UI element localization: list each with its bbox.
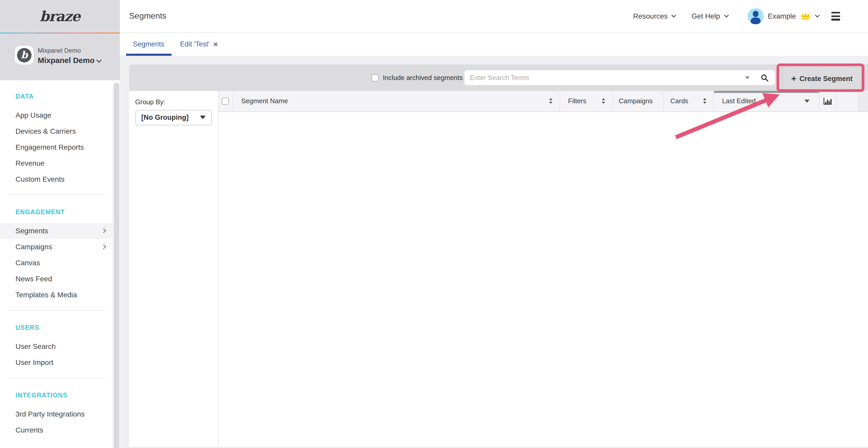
sidebar-item-segments[interactable]: Segments — [0, 223, 113, 239]
user-menu[interactable]: Example — [747, 8, 820, 24]
sidebar-item-campaigns[interactable]: Campaigns — [0, 239, 113, 255]
sort-icon[interactable] — [601, 98, 605, 105]
sidebar-item-canvas[interactable]: Canvas — [0, 255, 113, 271]
include-archived-row: Include archived segments — [371, 65, 463, 91]
sidebar-scrollbar-thumb[interactable] — [114, 82, 119, 448]
sidebar-item-3rd-party-integrations[interactable]: 3rd Party Integrations — [0, 406, 113, 422]
user-name: Example — [768, 12, 796, 21]
group-by-panel: Group By: [No Grouping] — [129, 91, 218, 446]
column-cards[interactable]: Cards — [663, 91, 713, 111]
sort-caret-icon[interactable] — [804, 100, 809, 103]
braze-logo: braze — [39, 8, 80, 24]
hamburger-menu-icon[interactable] — [831, 12, 840, 21]
create-segment-button[interactable]: + Create Segment — [782, 67, 862, 90]
workspace-app-icon: b — [15, 46, 34, 65]
segment-search-field — [464, 70, 775, 85]
tab-bar: Segments Edit 'Test' ✖ — [120, 33, 868, 56]
include-archived-label: Include archived segments — [383, 74, 463, 81]
sidebar-item-currents[interactable]: Currents — [0, 422, 113, 438]
sidebar-section-data: DATA — [16, 93, 113, 100]
sidebar-item-user-import[interactable]: User Import — [0, 354, 113, 370]
braze-dashboard: braze b Mixpanel Demo Mixpanel Demo DATA… — [0, 0, 868, 448]
segments-table-body — [218, 112, 868, 446]
search-dropdown-caret-icon[interactable] — [745, 76, 750, 79]
tab-edit-test[interactable]: Edit 'Test' ✖ — [180, 33, 218, 56]
select-all-checkbox[interactable] — [222, 98, 229, 105]
chevron-right-icon — [102, 228, 106, 233]
braze-b-icon: b — [17, 48, 32, 63]
top-bar-right-nav: Resources Get Help Example — [633, 8, 840, 24]
segments-table-header: Segment Name Filters Campaigns Cards — [218, 91, 868, 112]
segments-toolbar: Include archived segments + Create Segme… — [129, 65, 868, 91]
dropdown-caret-icon — [200, 115, 206, 119]
column-analytics[interactable] — [819, 91, 836, 111]
close-tab-icon[interactable]: ✖ — [213, 40, 218, 48]
column-segment-name[interactable]: Segment Name — [232, 91, 559, 111]
workspace-selector[interactable]: b Mixpanel Demo Mixpanel Demo — [0, 34, 120, 80]
sort-icon[interactable] — [703, 98, 707, 105]
top-bar: Segments Resources Get Help Example — [120, 0, 868, 33]
workspace-company: Mixpanel Demo — [38, 47, 81, 55]
chevron-down-icon — [723, 15, 729, 18]
chevron-right-icon — [102, 244, 106, 249]
sidebar-scrollbar-track — [113, 80, 120, 448]
sidebar-item-templates-media[interactable]: Templates & Media — [0, 287, 113, 303]
group-by-label: Group By: — [135, 98, 165, 106]
page-title: Segments — [129, 12, 166, 21]
plus-icon: + — [791, 74, 797, 83]
sidebar-item-engagement-reports[interactable]: Engagement Reports — [0, 139, 113, 155]
tab-segments[interactable]: Segments — [126, 33, 171, 56]
table-scroll-gutter — [858, 91, 868, 111]
sidebar-divider — [8, 378, 105, 378]
sidebar-item-custom-events[interactable]: Custom Events — [0, 171, 113, 187]
column-actions-empty — [836, 91, 858, 111]
sidebar-section-integrations: INTEGRATIONS — [16, 391, 113, 399]
group-by-dropdown[interactable]: [No Grouping] — [135, 110, 212, 125]
sidebar-nav: DATA App Usage Devices & Carriers Engage… — [0, 80, 113, 448]
sidebar-item-news-feed[interactable]: News Feed — [0, 271, 113, 287]
search-icon[interactable] — [761, 74, 768, 81]
crown-icon — [800, 12, 810, 21]
chevron-down-icon — [96, 60, 102, 63]
column-filters[interactable]: Filters — [559, 91, 612, 111]
sidebar-item-user-search[interactable]: User Search — [0, 338, 113, 354]
chevron-down-icon — [814, 15, 820, 18]
column-campaigns[interactable]: Campaigns — [612, 91, 663, 111]
user-avatar — [747, 8, 764, 24]
bar-chart-icon — [823, 97, 832, 105]
sidebar-section-engagement: ENGAGEMENT — [16, 208, 113, 215]
segments-content: Include archived segments + Create Segme… — [129, 65, 868, 446]
get-help-menu[interactable]: Get Help — [691, 12, 729, 21]
select-all-cell — [218, 91, 232, 111]
sidebar-item-revenue[interactable]: Revenue — [0, 155, 113, 171]
chevron-down-icon — [672, 15, 677, 18]
brand-header: braze — [0, 0, 120, 33]
sidebar-divider — [8, 194, 105, 195]
sort-icon[interactable] — [549, 98, 553, 105]
workspace-name: Mixpanel Demo — [38, 56, 95, 65]
sidebar-item-app-usage[interactable]: App Usage — [0, 107, 113, 123]
sidebar-item-devices-carriers[interactable]: Devices & Carriers — [0, 123, 113, 139]
resources-menu[interactable]: Resources — [633, 12, 677, 21]
column-last-edited[interactable]: Last Edited — [713, 91, 819, 111]
include-archived-checkbox[interactable] — [371, 74, 379, 81]
search-input[interactable] — [464, 74, 745, 81]
sidebar-divider — [8, 310, 105, 310]
sidebar-section-users: USERS — [16, 324, 113, 331]
